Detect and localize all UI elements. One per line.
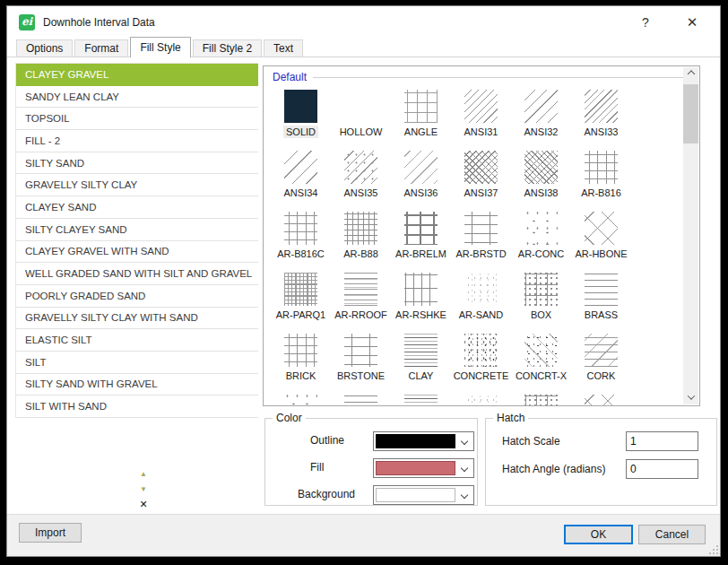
color-row: Background <box>265 485 477 505</box>
pattern-label: ANSI38 <box>522 187 561 199</box>
pattern-swatch[interactable]: AR-B816C <box>271 212 331 273</box>
pattern-swatch[interactable]: AR-RROOF <box>331 273 391 334</box>
tab-text[interactable]: Text <box>264 39 303 56</box>
pattern-swatch[interactable]: BOX <box>511 273 571 334</box>
pattern-swatch-partial[interactable] <box>331 395 391 406</box>
background-color-dropdown[interactable] <box>373 485 474 505</box>
pattern-scrollbar[interactable] <box>683 67 698 404</box>
list-item[interactable]: ELASTIC SILT <box>16 329 258 352</box>
resize-grip[interactable] <box>707 543 718 554</box>
hatch-scale-input[interactable] <box>626 431 698 451</box>
list-item[interactable]: POORLY GRADED SAND <box>16 285 258 308</box>
pattern-swatch[interactable]: BRASS <box>571 273 631 334</box>
pattern-swatch[interactable]: ANSI36 <box>391 151 451 212</box>
pattern-swatch[interactable]: AR-B816 <box>571 151 631 212</box>
solid-pattern-icon <box>284 90 317 123</box>
pattern-swatch-partial[interactable] <box>451 395 511 406</box>
list-item[interactable]: CLAYEY GRAVEL WITH SAND <box>16 241 258 264</box>
brickstd-pattern-icon <box>464 212 498 245</box>
pattern-label: ANSI32 <box>522 126 561 138</box>
title-bar: ei Downhole Interval Data ? ✕ <box>7 6 720 39</box>
pattern-label: ANGLE <box>402 126 440 138</box>
tab-options[interactable]: Options <box>16 39 73 56</box>
hatch-row: Hatch Angle (radians) <box>486 459 716 479</box>
pattern-swatch-partial[interactable] <box>391 395 451 406</box>
pattern-swatch-partial[interactable] <box>511 395 571 406</box>
ansi31-pattern-icon <box>464 90 498 123</box>
ok-button[interactable]: OK <box>564 525 633 544</box>
pattern-swatch[interactable]: CONCRETE <box>451 334 511 395</box>
list-item[interactable]: SANDY LEAN CLAY <box>16 86 258 109</box>
color-row: Fill <box>265 458 477 478</box>
close-button[interactable]: ✕ <box>680 12 704 33</box>
fill-color-dropdown[interactable] <box>373 458 474 478</box>
speck-pattern-icon <box>464 334 498 367</box>
pattern-swatch[interactable]: AR-B88 <box>331 212 391 273</box>
move-up-icon[interactable]: ▲ <box>126 466 161 482</box>
pattern-swatch[interactable]: AR-BRSTD <box>451 212 511 273</box>
pattern-swatch[interactable]: CLAY <box>391 334 451 395</box>
vblocks-pattern-icon <box>404 273 438 306</box>
pattern-swatch[interactable]: BRSTONE <box>331 334 391 395</box>
list-item[interactable]: TOPSOIL <box>16 108 258 130</box>
cancel-button[interactable]: Cancel <box>638 525 706 544</box>
pattern-swatch[interactable]: HOLLOW <box>331 90 391 151</box>
pattern-swatch[interactable]: CONCRT-X <box>511 334 571 395</box>
pattern-swatch[interactable]: AR-HBONE <box>571 212 631 273</box>
pattern-swatch-partial[interactable] <box>571 395 631 406</box>
move-down-icon[interactable]: ▼ <box>126 482 161 497</box>
pattern-swatch[interactable]: ANSI38 <box>511 151 571 212</box>
pattern-label: BRSTONE <box>334 369 387 382</box>
pattern-swatch[interactable]: AR-PARQ1 <box>271 273 331 334</box>
pattern-swatch[interactable]: ANSI34 <box>271 151 331 212</box>
pattern-swatch[interactable]: BRICK <box>271 334 331 395</box>
list-item[interactable]: SILTY SAND WITH GRAVEL <box>16 374 258 396</box>
pattern-swatch[interactable]: ANSI35 <box>331 151 391 212</box>
pattern-swatch[interactable]: AR-SAND <box>451 273 511 334</box>
pattern-swatch[interactable]: AR-RSHKE <box>391 273 451 334</box>
list-item[interactable]: SILT <box>16 352 258 374</box>
list-item[interactable]: FILL - 2 <box>16 130 258 152</box>
pattern-swatch[interactable]: ANSI33 <box>571 90 631 151</box>
pattern-swatch[interactable]: ANGLE <box>391 90 451 151</box>
list-item[interactable]: CLAYEY GRAVEL <box>16 64 258 86</box>
interval-list: CLAYEY GRAVELSANDY LEAN CLAYTOPSOILFILL … <box>15 63 258 418</box>
color-group-label: Color <box>273 412 306 425</box>
pattern-swatch[interactable]: AR-CONC <box>511 212 571 273</box>
hatch-angle-radians--input[interactable] <box>626 459 698 479</box>
list-item[interactable]: WELL GRADED SAND WITH SILT AND GRAVEL <box>16 263 258 285</box>
pattern-swatch[interactable]: ANSI32 <box>511 90 571 151</box>
list-item[interactable]: CLAYEY SAND <box>16 196 258 219</box>
tab-fill-style-2[interactable]: Fill Style 2 <box>193 39 262 56</box>
pattern-group-label: Default <box>273 71 307 83</box>
pattern-label: AR-PARQ1 <box>273 309 328 321</box>
list-item[interactable]: GRAVELLY SILTY CLAY <box>16 174 258 196</box>
help-button[interactable]: ? <box>634 12 657 33</box>
scroll-down-icon[interactable] <box>683 389 698 404</box>
pattern-label: AR-RROOF <box>332 309 390 321</box>
fill-color-swatch <box>376 461 455 475</box>
pattern-swatch[interactable]: ANSI31 <box>451 90 511 151</box>
pattern-swatch-partial[interactable] <box>271 395 331 406</box>
scroll-up-icon[interactable] <box>683 67 698 83</box>
hdash-pattern-icon <box>585 273 618 306</box>
pattern-swatch[interactable]: AR-BRELM <box>391 212 451 273</box>
list-item[interactable]: SILTY CLAYEY SAND <box>16 219 258 241</box>
pattern-label: ANSI31 <box>462 126 501 138</box>
pattern-swatch[interactable]: ANSI37 <box>451 151 511 212</box>
pattern-label: HOLLOW <box>337 126 386 138</box>
list-item[interactable]: SILT WITH SAND <box>16 396 258 418</box>
tab-format[interactable]: Format <box>74 39 128 56</box>
import-button[interactable]: Import <box>19 523 82 543</box>
pattern-label: CONCRT-X <box>513 369 569 382</box>
scrollbar-thumb[interactable] <box>683 84 698 143</box>
hollow-pattern-icon <box>344 90 377 123</box>
list-item[interactable]: SILTY SAND <box>16 152 258 175</box>
pattern-label: BRASS <box>582 309 620 321</box>
list-item[interactable]: GRAVELLY SILTY CLAY WITH SAND <box>16 308 258 330</box>
tab-fill-style[interactable]: Fill Style <box>130 37 190 57</box>
delete-icon[interactable]: ✕ <box>126 497 161 512</box>
pattern-swatch[interactable]: CORK <box>571 334 631 395</box>
outline-color-dropdown[interactable] <box>373 431 474 451</box>
pattern-swatch[interactable]: SOLID <box>271 90 331 151</box>
